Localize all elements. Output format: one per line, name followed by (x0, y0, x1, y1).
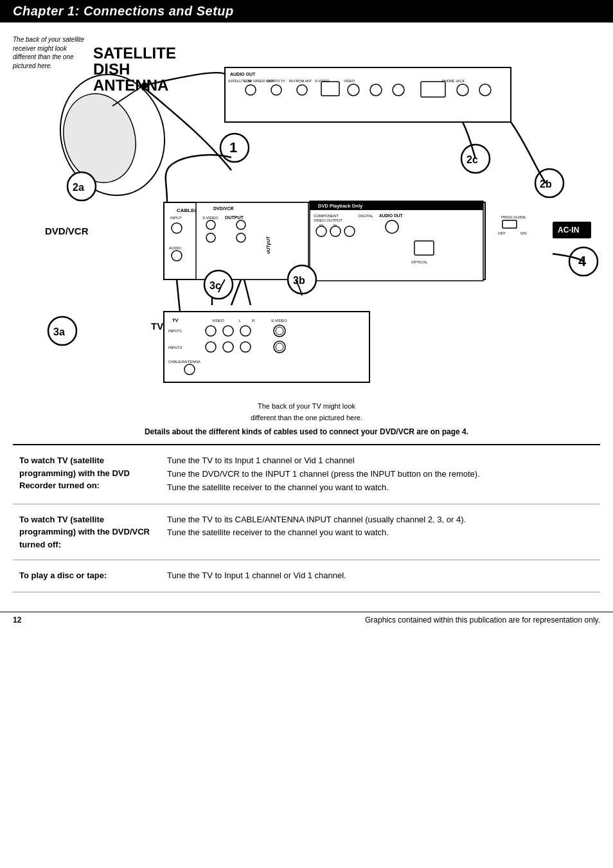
svg-text:TV: TV (172, 317, 179, 323)
svg-text:DVD/VCR: DVD/VCR (45, 226, 89, 236)
svg-text:VIDEO OUTPUT: VIDEO OUTPUT (314, 218, 342, 222)
svg-point-85 (206, 326, 216, 336)
svg-point-7 (370, 84, 382, 96)
diagram-caption: The back of your TV might look different… (13, 401, 600, 423)
row-instructions: Tune the TV to its Input 1 channel or Vi… (161, 445, 600, 504)
svg-rect-0 (225, 67, 511, 122)
main-content: The back of your satellite receiver migh… (0, 22, 613, 599)
page-footer: 12 Graphics contained within this public… (0, 612, 613, 628)
svg-text:INPUT1: INPUT1 (168, 329, 182, 333)
diagram-area: The back of your satellite receiver migh… (13, 29, 600, 398)
svg-text:S-VIDEO: S-VIDEO (202, 216, 218, 220)
svg-text:OUT TO TV: OUT TO TV (267, 79, 285, 83)
svg-text:OPTICAL: OPTICAL (411, 260, 428, 264)
svg-text:3a: 3a (53, 326, 65, 337)
svg-text:S-VIDEO: S-VIDEO (271, 319, 287, 323)
svg-point-52 (386, 220, 398, 233)
svg-text:PHONE JACK: PHONE JACK (442, 79, 465, 83)
svg-text:VIDEO: VIDEO (344, 79, 355, 83)
svg-text:oUTpUT: oUTpUT (266, 236, 271, 254)
svg-text:PROG GUIDE: PROG GUIDE (501, 215, 526, 219)
svg-text:3b: 3b (293, 275, 305, 286)
svg-text:CABLE/ANTENNA: CABLE/ANTENNA (168, 360, 200, 364)
svg-point-38 (236, 233, 245, 242)
svg-text:INPUT: INPUT (170, 216, 182, 220)
svg-text:R: R (252, 319, 255, 323)
svg-text:2b: 2b (540, 179, 552, 190)
svg-point-86 (223, 326, 233, 336)
svg-text:OFF: OFF (498, 231, 506, 235)
svg-text:OUTPUT: OUTPUT (225, 215, 244, 220)
svg-point-10 (457, 84, 468, 96)
svg-point-4 (297, 85, 307, 95)
svg-text:VIDEO: VIDEO (212, 319, 224, 323)
details-line: Details about the different kinds of cab… (13, 427, 600, 436)
svg-text:AUDIO OUT: AUDIO OUT (230, 72, 256, 76)
svg-rect-58 (502, 220, 517, 228)
table-row: To play a disc or tape:Tune the TV to In… (13, 560, 600, 592)
svg-text:AUDIO OUT: AUDIO OUT (379, 213, 403, 218)
svg-point-35 (206, 220, 215, 229)
table-row: To watch TV (satellite programming) with… (13, 445, 600, 504)
svg-rect-53 (414, 241, 434, 255)
svg-point-92 (223, 342, 233, 352)
svg-point-11 (479, 84, 491, 96)
chapter-title: Chapter 1: Connections and Setup (0, 0, 613, 22)
svg-point-2 (245, 85, 256, 95)
svg-line-73 (244, 279, 251, 305)
svg-point-51 (344, 226, 355, 236)
svg-text:Pr: Pr (333, 224, 337, 227)
row-instructions: Tune the TV to its CABLE/ANTENNA INPUT c… (161, 504, 600, 560)
svg-text:DIGITAL: DIGITAL (359, 214, 374, 218)
svg-text:DVD Playback Only: DVD Playback Only (318, 203, 363, 209)
table-row: To watch TV (satellite programming) with… (13, 504, 600, 560)
svg-point-37 (206, 233, 215, 242)
svg-point-3 (271, 85, 281, 95)
svg-point-87 (240, 326, 251, 336)
svg-rect-5 (321, 82, 339, 96)
svg-text:AUDIO: AUDIO (169, 246, 181, 250)
svg-point-8 (393, 84, 404, 96)
svg-point-36 (236, 220, 245, 229)
svg-point-49 (316, 226, 326, 236)
svg-text:TV: TV (151, 321, 163, 332)
svg-point-93 (240, 342, 251, 352)
svg-text:INPUT2: INPUT2 (168, 346, 182, 350)
svg-point-34 (172, 223, 182, 233)
info-table: To watch TV (satellite programming) with… (13, 444, 600, 592)
connection-diagram: AUDIO OUT SATELLITE IN LOW SPEED DATA OU… (13, 29, 600, 398)
svg-text:COMPONENT: COMPONENT (314, 214, 339, 218)
svg-text:Pb: Pb (319, 224, 324, 227)
svg-line-70 (177, 279, 180, 312)
svg-point-6 (348, 84, 359, 96)
svg-text:1: 1 (229, 139, 237, 155)
svg-text:2c: 2c (466, 154, 478, 165)
page-number: 12 (13, 616, 21, 624)
svg-text:AC-IN: AC-IN (558, 226, 579, 235)
svg-text:DVD/VCR: DVD/VCR (213, 206, 234, 211)
svg-point-22 (54, 85, 145, 191)
row-label: To watch TV (satellite programming) with… (13, 445, 161, 504)
footer-text: Graphics contained within this publicati… (365, 616, 600, 624)
svg-point-40 (172, 251, 182, 261)
row-label: To watch TV (satellite programming) with… (13, 504, 161, 560)
svg-point-97 (184, 364, 195, 375)
row-instructions: Tune the TV to Input 1 channel or Vid 1 … (161, 560, 600, 592)
svg-text:2a: 2a (73, 182, 84, 193)
svg-rect-9 (421, 82, 445, 97)
row-label: To play a disc or tape: (13, 560, 161, 592)
svg-line-23 (112, 87, 141, 106)
svg-text:S-VIDEO: S-VIDEO (315, 79, 330, 83)
svg-point-91 (206, 342, 216, 352)
svg-text:IN FROM ANT: IN FROM ANT (289, 79, 312, 83)
svg-text:ON: ON (520, 231, 526, 235)
svg-point-50 (330, 226, 341, 236)
